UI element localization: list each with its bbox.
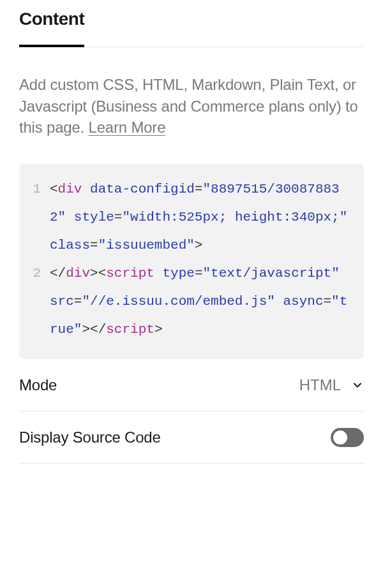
line-number: 2: [31, 260, 50, 344]
tab-header: Content: [19, 0, 364, 47]
code-content[interactable]: <div data-configid="8897515/300878832" s…: [50, 175, 352, 260]
learn-more-link[interactable]: Learn More: [89, 119, 166, 136]
code-editor[interactable]: 1<div data-configid="8897515/300878832" …: [19, 164, 364, 360]
mode-label: Mode: [19, 376, 57, 394]
display-source-row: Display Source Code: [19, 411, 364, 464]
display-source-toggle[interactable]: [331, 428, 364, 447]
code-line: 2</div><script type="text/javascript" sr…: [31, 260, 352, 344]
description-text: Add custom CSS, HTML, Markdown, Plain Te…: [19, 74, 364, 138]
line-number: 1: [31, 175, 50, 260]
mode-select[interactable]: HTML: [299, 376, 364, 394]
description-body: Add custom CSS, HTML, Markdown, Plain Te…: [19, 76, 358, 136]
display-source-label: Display Source Code: [19, 429, 161, 446]
mode-value: HTML: [299, 376, 341, 394]
code-content[interactable]: </div><script type="text/javascript" src…: [50, 260, 352, 344]
code-line: 1<div data-configid="8897515/300878832" …: [31, 175, 352, 260]
chevron-down-icon: [351, 379, 364, 392]
tab-content[interactable]: Content: [19, 9, 84, 47]
toggle-knob: [333, 430, 347, 445]
mode-row[interactable]: Mode HTML: [19, 359, 364, 411]
